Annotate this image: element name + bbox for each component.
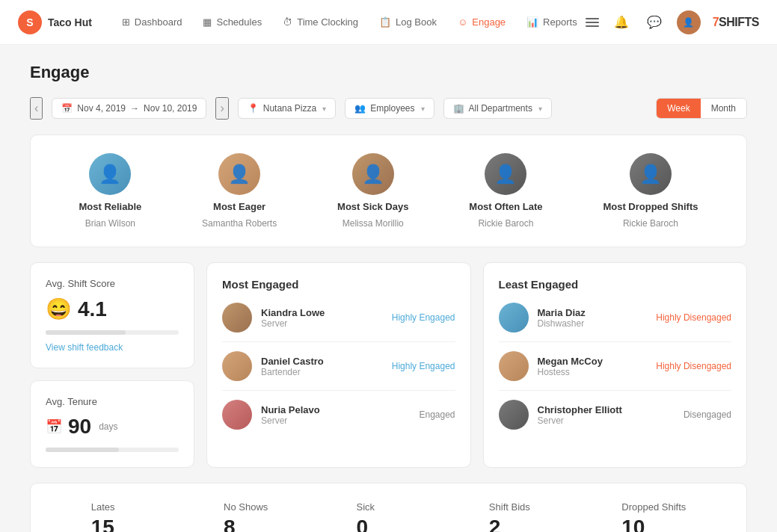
list-item: Nuria Pelavo Server Engaged (222, 390, 455, 439)
top-cards-section: 👤 Most Reliable Brian Wilson 👤 Most Eage… (30, 134, 747, 247)
daniel-status: Highly Engaged (392, 361, 455, 371)
most-sick-name: Melissa Morillio (343, 218, 404, 229)
nav-schedules[interactable]: ▦ Schedules (203, 16, 262, 28)
logbook-icon: 📋 (379, 16, 391, 28)
page-title: Engage (30, 63, 747, 82)
least-engaged-title: Least Engaged (499, 278, 732, 291)
nav-timeclocking[interactable]: ⏱ Time Clocking (283, 16, 358, 28)
daniel-avatar (222, 351, 252, 381)
maria-avatar (499, 303, 529, 332)
sick-label: Sick (356, 501, 375, 513)
shift-bids-stat: Shift Bids 2 (489, 501, 549, 532)
kiandra-status: Highly Engaged (392, 312, 455, 323)
messages-icon[interactable]: 💬 (644, 12, 665, 33)
nav-logbook[interactable]: 📋 Log Book (379, 16, 437, 28)
shift-bids-value: 2 (489, 516, 501, 532)
dropped-shifts-value: 10 (621, 516, 645, 532)
list-item: Christopher Elliott Server Disengaged (499, 390, 732, 439)
most-dropped-name: Rickie Baroch (623, 218, 678, 229)
maria-status: Highly Disengaged (656, 312, 731, 323)
daniel-name: Daniel Castro (261, 356, 383, 367)
most-dropped-title: Most Dropped Shifts (603, 201, 698, 212)
christopher-name: Christopher Elliott (538, 404, 675, 415)
most-dropped-avatar: 👤 (630, 153, 672, 195)
megan-avatar (499, 351, 529, 381)
list-item: Daniel Castro Bartender Highly Engaged (222, 341, 455, 390)
kiandra-role: Server (261, 318, 383, 329)
chevron-down-icon: ▾ (538, 105, 542, 113)
least-engaged-card: Least Engaged Maria Diaz Dishwasher High… (483, 262, 748, 468)
most-engaged-list: Kiandra Lowe Server Highly Engaged Danie… (222, 303, 455, 439)
most-reliable-card: 👤 Most Reliable Brian Wilson (79, 153, 141, 229)
location-icon: 📍 (248, 103, 259, 114)
nav-items: ⊞ Dashboard ▦ Schedules ⏱ Time Clocking … (122, 16, 586, 28)
list-item: Maria Diaz Dishwasher Highly Disengaged (499, 303, 732, 341)
nuria-avatar (222, 400, 252, 430)
most-engaged-title: Most Engaged (222, 278, 455, 291)
lates-value: 15 (91, 516, 114, 532)
most-eager-avatar: 👤 (218, 153, 260, 195)
megan-info: Megan McCoy Hostess (538, 356, 648, 377)
user-avatar[interactable]: 👤 (677, 10, 701, 34)
most-often-late-card: 👤 Most Often Late Rickie Baroch (469, 153, 542, 229)
christopher-info: Christopher Elliott Server (538, 404, 675, 426)
most-late-title: Most Often Late (469, 201, 542, 212)
christopher-role: Server (538, 415, 675, 426)
employees-filter[interactable]: 👥 Employees ▾ (345, 98, 434, 119)
calendar-icon: 📅 (61, 103, 73, 114)
departments-filter[interactable]: 🏢 All Departments ▾ (443, 98, 552, 119)
prev-period-button[interactable]: ‹ (30, 97, 43, 120)
next-period-button[interactable]: › (215, 97, 228, 120)
no-shows-value: 8 (224, 516, 236, 532)
nuria-name: Nuria Pelavo (261, 404, 410, 415)
kiandra-name: Kiandra Lowe (261, 307, 383, 318)
most-reliable-name: Brian Wilson (85, 218, 135, 229)
happy-emoji: 😄 (46, 297, 72, 321)
date-range-picker[interactable]: 📅 Nov 4, 2019 → Nov 10, 2019 (52, 98, 206, 119)
main-content: Engage ‹ 📅 Nov 4, 2019 → Nov 10, 2019 › … (0, 45, 777, 532)
megan-role: Hostess (538, 367, 648, 377)
avg-tenure-value: 📅 90 days (46, 415, 179, 439)
view-feedback-link[interactable]: View shift feedback (46, 342, 179, 353)
maria-info: Maria Diaz Dishwasher (538, 307, 648, 329)
avg-shift-value: 😄 4.1 (46, 297, 179, 321)
nav-reports[interactable]: 📊 Reports (526, 16, 577, 28)
chevron-down-icon: ▾ (322, 105, 326, 113)
timeclocking-icon: ⏱ (283, 16, 292, 28)
christopher-avatar (499, 400, 529, 430)
daniel-info: Daniel Castro Bartender (261, 356, 383, 377)
dropped-shifts-stat: Dropped Shifts 10 (621, 501, 686, 532)
kiandra-info: Kiandra Lowe Server (261, 307, 383, 329)
shift-bids-label: Shift Bids (489, 501, 530, 513)
week-view-button[interactable]: Week (657, 99, 700, 118)
avg-shift-label: Avg. Shift Score (46, 278, 179, 289)
nav-logo[interactable]: S Taco Hut (18, 10, 92, 34)
app-logo: 7SHIFTS (713, 16, 759, 29)
reports-icon: 📊 (526, 16, 538, 28)
nav-engage[interactable]: ☺ Engage (458, 16, 506, 28)
nav-dashboard[interactable]: ⊞ Dashboard (122, 16, 182, 28)
nuria-info: Nuria Pelavo Server (261, 404, 410, 426)
menu-icon[interactable] (586, 18, 599, 27)
view-toggle: Week Month (656, 98, 747, 119)
employees-icon: 👥 (354, 103, 366, 114)
schedules-icon: ▦ (203, 16, 212, 28)
kiandra-avatar (222, 303, 252, 332)
no-shows-label: No Shows (224, 501, 268, 513)
month-view-button[interactable]: Month (701, 99, 746, 118)
middle-section: Avg. Shift Score 😄 4.1 View shift feedba… (30, 262, 747, 468)
nuria-role: Server (261, 415, 410, 426)
avg-shift-score-card: Avg. Shift Score 😄 4.1 View shift feedba… (30, 262, 194, 368)
list-item: Kiandra Lowe Server Highly Engaged (222, 303, 455, 341)
maria-name: Maria Diaz (538, 307, 648, 318)
christopher-status: Disengaged (684, 409, 731, 420)
daniel-role: Bartender (261, 367, 383, 377)
left-column: Avg. Shift Score 😄 4.1 View shift feedba… (30, 262, 194, 468)
logo-icon: S (18, 10, 42, 34)
location-filter[interactable]: 📍 Nutana Pizza ▾ (238, 98, 336, 119)
no-shows-stat: No Shows 8 (224, 501, 283, 532)
least-engaged-list: Maria Diaz Dishwasher Highly Disengaged … (499, 303, 732, 439)
notifications-icon[interactable]: 🔔 (611, 12, 632, 33)
lates-label: Lates (91, 501, 115, 513)
calendar-icon: 📅 (46, 418, 62, 435)
